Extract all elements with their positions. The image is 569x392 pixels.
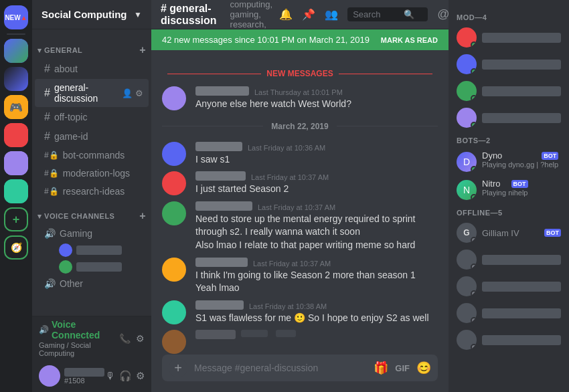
- voice-channel-other[interactable]: 🔊 Other: [35, 276, 149, 292]
- member-offline-3[interactable]: [454, 273, 564, 300]
- server-header[interactable]: Social Computing ▼: [32, 0, 151, 29]
- gift-icon[interactable]: 🎁: [374, 361, 388, 375]
- dyno-info: Dyno BOT Playing dyno.gg | ?help: [482, 151, 558, 169]
- server-icon-3[interactable]: 🎮: [4, 95, 28, 119]
- voice-user-avatar-2: [59, 260, 72, 274]
- member-avatar-offline-5: [457, 330, 477, 350]
- server-icon-5[interactable]: [4, 151, 28, 175]
- mute-icon[interactable]: 🎙: [105, 370, 115, 382]
- online-status-mod-2: [471, 68, 477, 74]
- member-nitro[interactable]: N Nitro BOT Playing nihelp: [454, 175, 564, 203]
- pin-icon[interactable]: 📌: [302, 8, 315, 21]
- offline-status-4: [471, 317, 477, 323]
- channel-header: # general-discussion Social computing, g…: [151, 0, 449, 29]
- channel-list: ▾ GENERAL + # about # general-discussion…: [32, 29, 151, 316]
- member-gilliam[interactable]: G Gilliam IV BOT: [454, 219, 564, 246]
- bell-icon[interactable]: 🔔: [279, 8, 293, 21]
- member-mod-3[interactable]: [454, 78, 564, 104]
- member-avatar-mod-3: [457, 81, 477, 101]
- category-voice[interactable]: ▾ VOICE CHANNELS +: [32, 201, 151, 225]
- emoji-icon[interactable]: 😊: [416, 361, 431, 375]
- user-icon[interactable]: 👤: [122, 88, 133, 98]
- members-icon[interactable]: 👥: [325, 8, 338, 21]
- voice-channel-name-other: Other: [60, 278, 83, 289]
- member-name-mod-4: [482, 113, 561, 123]
- message-avatar-2: [162, 142, 186, 166]
- channel-off-topic[interactable]: # off-topic: [35, 108, 149, 126]
- member-name-offline-4: [482, 308, 561, 318]
- message-4: Last Friday at 10:37 AM Need to store up…: [151, 199, 449, 255]
- message-input[interactable]: [194, 355, 367, 381]
- member-mod-4[interactable]: [454, 104, 564, 131]
- discover-server-icon[interactable]: 🧭: [4, 235, 28, 260]
- member-offline-5[interactable]: [454, 326, 564, 353]
- member-avatar-gilliam: G: [457, 223, 477, 243]
- nitro-info: Nitro BOT Playing nihelp: [482, 179, 528, 197]
- add-file-button[interactable]: +: [169, 359, 187, 377]
- message-body-3: Last Friday at 10:37 AM I just started S…: [195, 171, 438, 196]
- message-timestamp-partial: [241, 330, 268, 337]
- member-name-offline-5: [482, 335, 561, 345]
- offline-status-3: [471, 290, 477, 296]
- message-header-5: Last Friday at 10:37 AM: [195, 258, 438, 268]
- channel-game-id[interactable]: # game-id: [35, 127, 149, 146]
- date-text: March 22, 2019: [271, 122, 328, 131]
- member-offline-2[interactable]: [454, 246, 564, 273]
- at-icon[interactable]: @: [437, 7, 449, 21]
- search-icon[interactable]: 🔍: [404, 9, 414, 19]
- mods-section-title: MOD—4: [454, 8, 564, 24]
- member-avatar-dyno: D: [457, 152, 477, 172]
- user-tag: #1508: [64, 377, 101, 385]
- search-bar[interactable]: 🔍: [347, 7, 428, 21]
- member-mod-2[interactable]: [454, 51, 564, 78]
- search-input[interactable]: [353, 9, 400, 19]
- server-icon-6[interactable]: [4, 179, 28, 203]
- mark-as-read-button[interactable]: MARK AS READ: [381, 36, 438, 44]
- voice-server-name: Gaming / Social Computing: [39, 341, 119, 357]
- member-name-mod-2: [482, 60, 561, 70]
- message-content-2: I saw s1: [195, 153, 438, 167]
- message-author-1: [195, 86, 249, 96]
- server-icon-new[interactable]: NEW▲: [4, 5, 28, 29]
- user-panel-actions: 🎙 🎧 ⚙: [105, 370, 145, 382]
- channel-general-discussion[interactable]: # general-discussion 👤 ⚙: [35, 79, 149, 107]
- server-icon-1[interactable]: [4, 39, 28, 63]
- member-name-mod-1: [482, 33, 561, 43]
- message-5: Last Friday at 10:37 AM I think I'm goin…: [151, 255, 449, 298]
- phone-icon[interactable]: 📞: [119, 333, 131, 344]
- channel-header-name: # general-discussion: [161, 3, 217, 27]
- online-status-mod-3: [471, 95, 477, 101]
- member-dyno[interactable]: D Dyno BOT Playing dyno.gg | ?help: [454, 147, 564, 175]
- add-voice-icon[interactable]: +: [139, 210, 146, 222]
- date-divider: March 22, 2019: [162, 122, 438, 131]
- message-avatar-4: [162, 201, 186, 225]
- channel-about[interactable]: # about: [35, 60, 149, 78]
- deafen-icon[interactable]: 🎧: [119, 370, 132, 382]
- message-body-5: Last Friday at 10:37 AM I think I'm goin…: [195, 258, 438, 295]
- server-icon-7[interactable]: +: [4, 207, 28, 231]
- server-icon-2[interactable]: [4, 67, 28, 91]
- message-author-3: [195, 171, 246, 181]
- channel-name-gameid: game-id: [54, 131, 88, 142]
- settings-user-icon[interactable]: ⚙: [136, 370, 145, 382]
- message-timestamp-2: Last Friday at 10:36 AM: [248, 144, 325, 152]
- voice-channel-name-gaming: Gaming: [60, 228, 92, 239]
- dyno-name: Dyno: [482, 151, 539, 161]
- voice-user-avatar-1: [59, 243, 72, 257]
- voice-channel-gaming[interactable]: 🔊 Gaming: [35, 225, 149, 241]
- channel-bot-commands[interactable]: #🔒 bot-commands: [35, 146, 149, 164]
- channel-moderation-logs[interactable]: #🔒 moderation-logs: [35, 165, 149, 182]
- message-author-6: [195, 300, 244, 310]
- member-mod-1[interactable]: [454, 24, 564, 51]
- message-avatar-6: [162, 300, 186, 324]
- add-channel-icon[interactable]: +: [139, 44, 146, 56]
- category-general[interactable]: ▾ GENERAL +: [32, 35, 151, 59]
- member-offline-4[interactable]: [454, 300, 564, 326]
- channel-research-ideas[interactable]: #🔒 research-ideas: [35, 183, 149, 200]
- message-content-5: I think I'm going to like Season 2 more …: [195, 269, 438, 295]
- gif-icon[interactable]: GIF: [395, 363, 410, 373]
- user-info: #1508: [64, 368, 101, 385]
- settings-icon[interactable]: ⚙: [135, 88, 143, 98]
- server-icon-4[interactable]: [4, 123, 28, 147]
- settings-voice-icon[interactable]: ⚙: [136, 333, 145, 344]
